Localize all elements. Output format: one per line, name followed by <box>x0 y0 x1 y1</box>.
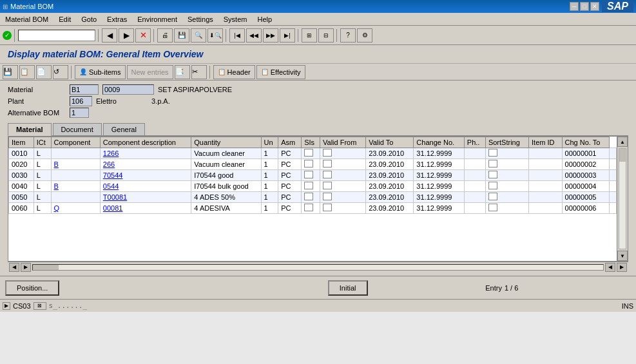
cell-component: 70544 <box>100 170 191 181</box>
tab-document[interactable]: Document <box>53 123 102 135</box>
menu-goto[interactable]: Goto <box>79 14 99 24</box>
command-input[interactable] <box>18 30 95 41</box>
last-page-btn[interactable]: ▶| <box>280 28 295 43</box>
scroll-up-btn[interactable]: ▲ <box>617 137 628 147</box>
scroll-right-btn[interactable]: ▶ <box>21 263 31 272</box>
status-box1[interactable]: ⊠ <box>34 302 46 310</box>
menu-material-bom[interactable]: Material BOM <box>3 14 51 24</box>
back-btn[interactable]: ◀ <box>102 28 117 43</box>
doc-btn[interactable]: 📄 <box>36 65 52 79</box>
layout-btn1[interactable]: ⊞ <box>302 28 317 43</box>
scroll-down-btn[interactable]: ▼ <box>617 251 628 261</box>
entry-info: Entry 1 / 6 <box>373 284 631 292</box>
col-ict: ICt <box>34 137 51 148</box>
save-btn[interactable]: 💾 <box>174 28 189 43</box>
cell-asm[interactable] <box>302 203 320 214</box>
new-entries-btn[interactable]: New entries <box>127 65 173 79</box>
cancel-nav-btn[interactable]: ✕ <box>135 28 151 43</box>
next-page-btn[interactable]: ▶▶ <box>263 28 278 43</box>
maximize-btn[interactable]: □ <box>580 2 589 11</box>
cell-asm[interactable] <box>302 181 320 192</box>
cell-sis[interactable] <box>320 170 366 181</box>
cell-sis[interactable] <box>320 159 366 170</box>
menu-edit[interactable]: Edit <box>56 14 73 24</box>
minimize-btn[interactable]: ─ <box>570 2 579 11</box>
cell-asm[interactable] <box>302 170 320 181</box>
first-page-btn[interactable]: |◀ <box>229 28 245 43</box>
cell-sis[interactable] <box>320 148 366 159</box>
app-title: Material BOM <box>10 3 53 10</box>
effectivity-btn[interactable]: 📋 Effectivity <box>256 65 305 79</box>
cell-chg-no-to <box>610 203 617 214</box>
cell-ph[interactable] <box>485 148 528 159</box>
cell-ict-b <box>51 192 100 203</box>
position-btn[interactable]: Position... <box>5 280 59 296</box>
cell-asm[interactable] <box>302 192 320 203</box>
delete-btn[interactable]: ✂ <box>191 65 207 79</box>
cell-item: 0060 <box>9 203 34 214</box>
print-btn[interactable]: 🖨 <box>157 28 173 43</box>
cell-ph[interactable] <box>485 159 528 170</box>
copy-btn[interactable]: 📑 <box>175 65 190 79</box>
initial-btn[interactable]: Initial <box>328 280 368 296</box>
cell-ph[interactable] <box>485 192 528 203</box>
cell-sis[interactable] <box>320 192 366 203</box>
cell-ph[interactable] <box>485 203 528 214</box>
status-arrow[interactable]: ▶ <box>3 302 10 310</box>
plant-org: 3.p.A. <box>151 97 170 105</box>
prev-page-btn[interactable]: ◀◀ <box>246 28 262 43</box>
alt-bom-label: Alternative BOM <box>8 109 66 117</box>
find-next-btn[interactable]: ⬇🔍 <box>207 28 223 43</box>
header-icon: 📋 <box>218 68 226 75</box>
another-btn[interactable]: 📋 <box>19 65 35 79</box>
scroll-left-btn[interactable]: ◀ <box>9 263 19 272</box>
cell-asm[interactable] <box>302 159 320 170</box>
cell-sis[interactable] <box>320 203 366 214</box>
scroll-right-end-btn[interactable]: ◀ <box>605 263 615 272</box>
vertical-scrollbar[interactable]: ▲ ▼ <box>617 137 628 261</box>
col-item: Item <box>9 137 34 148</box>
material-num: 0009 <box>102 84 154 95</box>
material-desc: SET ASPIRAPOLVERE <box>158 86 232 93</box>
tab-material[interactable]: Material <box>8 123 52 136</box>
cell-ict: L <box>34 192 51 203</box>
cell-comp-desc: I70544 good <box>191 170 261 181</box>
cell-comp-desc: I70544 bulk good <box>191 181 261 192</box>
check-btn[interactable]: ✓ <box>3 31 12 40</box>
refresh-btn[interactable]: ↺ <box>53 65 68 79</box>
cell-un: PC <box>278 192 302 203</box>
layout-btn2[interactable]: ⊟ <box>318 28 334 43</box>
save-icon-btn[interactable]: 💾 <box>3 65 18 79</box>
col-change-no: Change No. <box>414 137 464 148</box>
window-controls[interactable]: ─ □ ✕ <box>570 2 599 11</box>
horizontal-scrollbar[interactable]: ◀ ▶ ◀ ▶ <box>8 262 628 272</box>
cell-ph[interactable] <box>485 170 528 181</box>
cell-component: 266 <box>100 159 191 170</box>
menu-help[interactable]: Help <box>255 14 275 24</box>
bom-table: Item ICt Component Component description… <box>8 137 617 214</box>
menu-system[interactable]: System <box>221 14 250 24</box>
menu-environment[interactable]: Environment <box>135 14 180 24</box>
col-asm: Asm <box>278 137 302 148</box>
cell-asm[interactable] <box>302 148 320 159</box>
material-code: B1 <box>70 84 99 95</box>
settings-btn2[interactable]: ⚙ <box>357 28 372 43</box>
cell-valid-to: 31.12.9999 <box>414 159 464 170</box>
menu-extras[interactable]: Extras <box>104 14 130 24</box>
cell-sort-string <box>529 192 563 203</box>
tab-general[interactable]: General <box>103 123 145 135</box>
help-btn[interactable]: ? <box>340 28 356 43</box>
find-btn[interactable]: 🔍 <box>191 28 206 43</box>
cell-ph[interactable] <box>485 181 528 192</box>
header-btn[interactable]: 📋 Header <box>213 65 255 79</box>
menu-settings[interactable]: Settings <box>185 14 216 24</box>
cell-item-id: 00000005 <box>562 192 610 203</box>
scroll-left-end-btn[interactable]: ▶ <box>617 263 627 272</box>
cell-valid-to: 31.12.9999 <box>414 203 464 214</box>
sub-items-btn[interactable]: 👤 Sub-items <box>75 65 126 79</box>
cell-qty: 1 <box>261 159 278 170</box>
close-btn[interactable]: ✕ <box>590 2 599 11</box>
forward-btn[interactable]: ▶ <box>119 28 134 43</box>
cell-item: 0040 <box>9 181 34 192</box>
cell-sis[interactable] <box>320 181 366 192</box>
